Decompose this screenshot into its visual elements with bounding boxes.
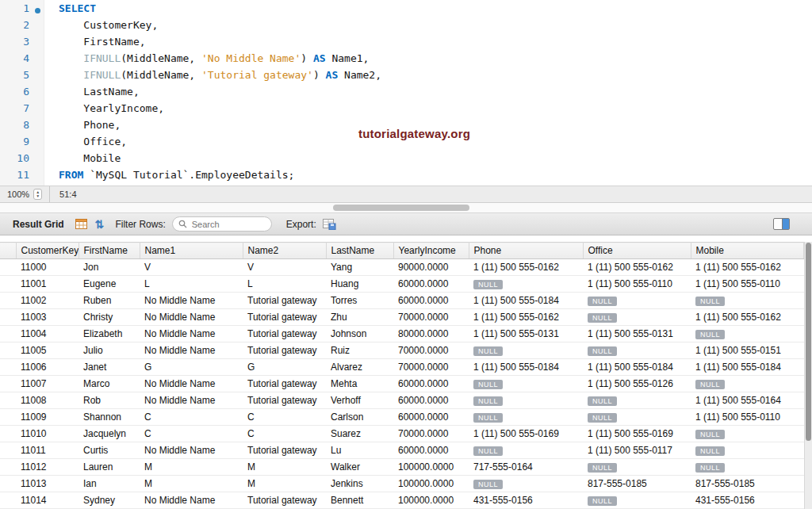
- grid-cell[interactable]: 1 (11) 500 555-0126: [583, 376, 691, 392]
- grid-cell[interactable]: M: [140, 476, 243, 492]
- grid-cell[interactable]: NULL: [583, 392, 691, 409]
- grid-cell[interactable]: Tutorial gateway: [243, 376, 326, 392]
- grid-cell[interactable]: Lauren: [79, 459, 140, 476]
- grid-cell[interactable]: V: [243, 259, 326, 276]
- grid-cell[interactable]: 11014: [16, 492, 79, 509]
- grid-cell[interactable]: 11011: [16, 442, 79, 459]
- column-header[interactable]: CustomerKey: [16, 243, 79, 259]
- grid-cell[interactable]: 431-555-0156: [469, 492, 583, 509]
- grid-cell[interactable]: 11008: [16, 392, 79, 409]
- grid-cell[interactable]: NULL: [469, 343, 583, 359]
- table-row[interactable]: 11002RubenNo Middle NameTutorial gateway…: [0, 293, 804, 309]
- grid-cell[interactable]: 1 (11) 500 555-0184: [469, 359, 583, 376]
- grid-cell[interactable]: NULL: [583, 409, 691, 426]
- grid-cell[interactable]: 817-555-0185: [691, 476, 804, 492]
- grid-cell[interactable]: Ruiz: [326, 343, 393, 359]
- grid-cell[interactable]: 11010: [16, 426, 79, 442]
- column-header[interactable]: Office: [583, 243, 691, 259]
- vertical-scrollbar[interactable]: [804, 242, 812, 509]
- grid-cell[interactable]: 11001: [16, 276, 79, 293]
- code-line[interactable]: IFNULL(MiddleName, 'No Middle Name') AS …: [59, 52, 812, 69]
- code-line[interactable]: FROM `MySQL Tutorial`.EmployeeDetails;: [59, 169, 812, 186]
- grid-cell[interactable]: 1 (11) 500 555-0169: [583, 426, 691, 442]
- grid-cell[interactable]: NULL: [691, 442, 804, 459]
- grid-cell[interactable]: Ruben: [79, 293, 140, 309]
- export-recordset-icon[interactable]: [323, 219, 336, 230]
- grid-cell[interactable]: M: [140, 459, 243, 476]
- code-line[interactable]: CustomerKey,: [59, 19, 812, 36]
- grid-cell[interactable]: Tutorial gateway: [243, 442, 326, 459]
- table-row[interactable]: 11006JanetGGAlvarez70000.00001 (11) 500 …: [0, 359, 804, 376]
- grid-cell[interactable]: 11006: [16, 359, 79, 376]
- grid-cell[interactable]: Tutorial gateway: [243, 492, 326, 509]
- grid-cell[interactable]: 1 (11) 500 555-0162: [691, 259, 804, 276]
- grid-cell[interactable]: Julio: [79, 343, 140, 359]
- grid-cell[interactable]: 1 (11) 500 555-0117: [583, 442, 691, 459]
- table-row[interactable]: 11014SydneyNo Middle NameTutorial gatewa…: [0, 492, 804, 509]
- grid-cell[interactable]: 100000.0000: [393, 459, 469, 476]
- grid-cell[interactable]: 1 (11) 500 555-0184: [691, 359, 804, 376]
- grid-cell[interactable]: 1 (11) 500 555-0131: [583, 326, 691, 343]
- grid-cell[interactable]: V: [140, 259, 243, 276]
- grid-cell[interactable]: 1 (11) 500 555-0184: [583, 359, 691, 376]
- grid-cell[interactable]: No Middle Name: [140, 343, 243, 359]
- column-header[interactable]: Phone: [469, 243, 583, 259]
- grid-cell[interactable]: NULL: [469, 409, 583, 426]
- grid-cell[interactable]: 80000.0000: [393, 326, 469, 343]
- grid-cell[interactable]: Janet: [79, 359, 140, 376]
- grid-cell[interactable]: NULL: [583, 343, 691, 359]
- column-header[interactable]: Name1: [140, 243, 243, 259]
- grid-cell[interactable]: 1 (11) 500 555-0131: [469, 326, 583, 343]
- code-line[interactable]: Mobile: [59, 152, 812, 169]
- grid-cell[interactable]: 60000.0000: [393, 392, 469, 409]
- grid-cell[interactable]: 70000.0000: [393, 426, 469, 442]
- grid-cell[interactable]: Tutorial gateway: [243, 392, 326, 409]
- grid-cell[interactable]: 11004: [16, 326, 79, 343]
- grid-cell[interactable]: Lu: [326, 442, 393, 459]
- grid-cell[interactable]: Elizabeth: [79, 326, 140, 343]
- grid-cell[interactable]: G: [243, 359, 326, 376]
- grid-cell[interactable]: Yang: [326, 259, 393, 276]
- code-line[interactable]: SELECT: [59, 2, 812, 19]
- grid-cell[interactable]: NULL: [691, 326, 804, 343]
- grid-cell[interactable]: Johnson: [326, 326, 393, 343]
- grid-cell[interactable]: Tutorial gateway: [243, 343, 326, 359]
- grid-cell[interactable]: 11002: [16, 293, 79, 309]
- grid-cell[interactable]: Rob: [79, 392, 140, 409]
- horizontal-scrollbar[interactable]: [0, 203, 812, 213]
- zoom-stepper-icon[interactable]: ▲▼: [33, 189, 42, 200]
- grid-cell[interactable]: Suarez: [326, 426, 393, 442]
- grid-cell[interactable]: Marco: [79, 376, 140, 392]
- grid-cell[interactable]: 1 (11) 500 555-0110: [691, 276, 804, 293]
- grid-cell[interactable]: NULL: [691, 376, 804, 392]
- grid-cell[interactable]: C: [140, 409, 243, 426]
- table-row[interactable]: 11008RobNo Middle NameTutorial gatewayVe…: [0, 392, 804, 409]
- grid-cell[interactable]: Mehta: [326, 376, 393, 392]
- grid-cell[interactable]: 1 (11) 500 555-0162: [691, 309, 804, 326]
- grid-cell[interactable]: 11007: [16, 376, 79, 392]
- table-row[interactable]: 11013IanMMJenkins100000.0000NULL817-555-…: [0, 476, 804, 492]
- grid-cell[interactable]: 1 (11) 500 555-0162: [583, 259, 691, 276]
- grid-cell[interactable]: 1 (11) 500 555-0184: [469, 293, 583, 309]
- grid-cell[interactable]: C: [243, 426, 326, 442]
- grid-cell[interactable]: Bennett: [326, 492, 393, 509]
- grid-cell[interactable]: 60000.0000: [393, 409, 469, 426]
- grid-cell[interactable]: 90000.0000: [393, 259, 469, 276]
- grid-cell[interactable]: No Middle Name: [140, 293, 243, 309]
- grid-cell[interactable]: Tutorial gateway: [243, 293, 326, 309]
- grid-cell[interactable]: Jenkins: [326, 476, 393, 492]
- grid-cell[interactable]: Torres: [326, 293, 393, 309]
- grid-cell[interactable]: Shannon: [79, 409, 140, 426]
- grid-cell[interactable]: Tutorial gateway: [243, 309, 326, 326]
- grid-cell[interactable]: NULL: [691, 426, 804, 442]
- grid-cell[interactable]: Jon: [79, 259, 140, 276]
- grid-cell[interactable]: M: [243, 459, 326, 476]
- grid-cell[interactable]: 11005: [16, 343, 79, 359]
- grid-cell[interactable]: 817-555-0185: [583, 476, 691, 492]
- vertical-scrollbar-thumb[interactable]: [806, 243, 811, 441]
- grid-cell[interactable]: C: [243, 409, 326, 426]
- editor-code[interactable]: SELECT CustomerKey, FirstName, IFNULL(Mi…: [44, 0, 812, 186]
- grid-cell[interactable]: 1 (11) 500 555-0110: [583, 276, 691, 293]
- grid-cell[interactable]: 11009: [16, 409, 79, 426]
- grid-cell[interactable]: 100000.0000: [393, 476, 469, 492]
